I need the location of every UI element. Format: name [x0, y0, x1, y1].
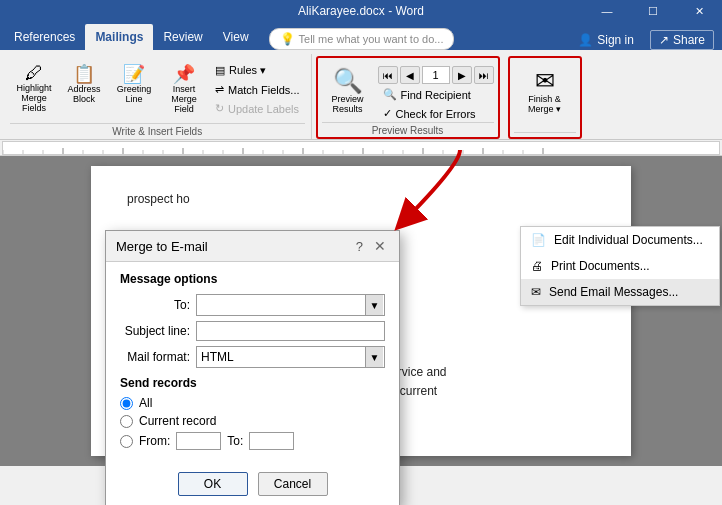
share-button[interactable]: ↗ Share [650, 30, 714, 50]
tell-me-input[interactable]: 💡 Tell me what you want to do... [269, 28, 455, 50]
find-recipient-icon: 🔍 [383, 88, 397, 101]
ok-button[interactable]: OK [178, 472, 248, 496]
to-select-wrapper: ▼ [196, 294, 385, 316]
message-options-title: Message options [120, 272, 385, 286]
from-label: From: [139, 434, 170, 448]
ruler-inner [2, 141, 720, 155]
mail-format-select[interactable]: HTML Plain Text Attachment [196, 346, 385, 368]
subject-input[interactable] [196, 321, 385, 341]
insert-merge-icon: 📌 [173, 63, 195, 85]
match-fields-button[interactable]: ⇌ Match Fields... [210, 81, 305, 98]
address-block-button[interactable]: 📋 Address Block [60, 60, 108, 108]
dialog-footer: OK Cancel [106, 464, 399, 505]
rules-icon: ▤ [215, 64, 225, 77]
prev-record-button[interactable]: ◀ [400, 66, 420, 84]
tell-me-placeholder: Tell me what you want to do... [299, 33, 444, 45]
highlight-icon: 🖊 [25, 63, 43, 84]
last-record-button[interactable]: ⏭ [474, 66, 494, 84]
send-email-icon: ✉ [531, 285, 541, 299]
send-records-title: Send records [120, 376, 385, 390]
record-nav: ⏮ ◀ ▶ ⏭ [378, 66, 494, 84]
address-block-icon: 📋 [73, 63, 95, 85]
mail-format-label: Mail format: [120, 350, 190, 364]
person-icon: 👤 [578, 33, 593, 47]
finish-merge-button[interactable]: ✉ Finish & Merge ▾ [514, 64, 576, 118]
check-errors-button[interactable]: ✓ Check for Errors [378, 105, 494, 122]
current-record-row: Current record [120, 414, 385, 428]
dialog-title-text: Merge to E-mail [116, 239, 208, 254]
tab-references[interactable]: References [4, 24, 85, 50]
to-label: To: [120, 298, 190, 312]
header-right-buttons: 👤 Sign in ↗ Share [570, 30, 722, 50]
cancel-button[interactable]: Cancel [258, 472, 328, 496]
update-labels-button[interactable]: ↻ Update Labels [210, 100, 305, 117]
to-field-row: To: ▼ [120, 294, 385, 316]
window-controls: — ☐ ✕ [584, 0, 722, 22]
to-value-input[interactable] [249, 432, 294, 450]
minimize-button[interactable]: — [584, 0, 630, 22]
rules-button[interactable]: ▤ Rules ▾ [210, 62, 305, 79]
ribbon: 🖊 Highlight Merge Fields 📋 Address Block… [0, 50, 722, 140]
lightbulb-icon: 💡 [280, 32, 295, 46]
mail-format-row: Mail format: HTML Plain Text Attachment … [120, 346, 385, 368]
close-button[interactable]: ✕ [676, 0, 722, 22]
find-recipient-button[interactable]: 🔍 Find Recipient [378, 86, 494, 103]
first-record-button[interactable]: ⏮ [378, 66, 398, 84]
from-record-radio[interactable] [120, 435, 133, 448]
ribbon-tabs: References Mailings Review View 💡 Tell m… [0, 22, 722, 50]
share-icon: ↗ [659, 33, 669, 47]
dialog-title-bar: Merge to E-mail ? ✕ [106, 231, 399, 262]
dialog-help-icon[interactable]: ? [356, 239, 363, 254]
to-select[interactable] [196, 294, 385, 316]
tab-view[interactable]: View [213, 24, 259, 50]
dialog-close-button[interactable]: ✕ [371, 237, 389, 255]
edit-individual-item[interactable]: 📄 Edit Individual Documents... [521, 227, 719, 253]
all-records-label: All [139, 396, 152, 410]
insert-merge-field-button[interactable]: 📌 Insert Merge Field [160, 60, 208, 118]
send-email-item[interactable]: ✉ Send Email Messages... [521, 279, 719, 305]
ruler [0, 140, 722, 156]
merge-to-email-dialog: Merge to E-mail ? ✕ Message options To: … [105, 230, 400, 505]
preview-results-button[interactable]: 🔍 Preview Results [322, 64, 374, 118]
finish-merge-icon: ✉ [535, 67, 555, 95]
greeting-line-icon: 📝 [123, 63, 145, 85]
all-records-row: All [120, 396, 385, 410]
write-insert-label: Write & Insert Fields [10, 123, 305, 139]
subject-field-row: Subject line: [120, 321, 385, 341]
highlight-merge-fields-button[interactable]: 🖊 Highlight Merge Fields [10, 60, 58, 117]
match-fields-icon: ⇌ [215, 83, 224, 96]
current-record-radio[interactable] [120, 415, 133, 428]
tab-mailings[interactable]: Mailings [85, 24, 153, 50]
maximize-button[interactable]: ☐ [630, 0, 676, 22]
title-bar: AliKarayee.docx - Word — ☐ ✕ [0, 0, 722, 22]
edit-individual-icon: 📄 [531, 233, 546, 247]
print-documents-item[interactable]: 🖨 Print Documents... [521, 253, 719, 279]
check-errors-icon: ✓ [383, 107, 392, 120]
sign-in-button[interactable]: 👤 Sign in [570, 30, 642, 50]
subject-label: Subject line: [120, 324, 190, 338]
ruler-svg [3, 142, 719, 155]
preview-results-icon: 🔍 [333, 67, 363, 95]
finish-merge-label [514, 132, 576, 137]
all-records-radio[interactable] [120, 397, 133, 410]
dialog-body: Message options To: ▼ Subject line: Mail… [106, 262, 399, 464]
tab-review[interactable]: Review [153, 24, 212, 50]
from-value-input[interactable] [176, 432, 221, 450]
next-record-button[interactable]: ▶ [452, 66, 472, 84]
dropdown-menu: 📄 Edit Individual Documents... 🖨 Print D… [520, 226, 720, 306]
print-icon: 🖨 [531, 259, 543, 273]
from-record-row: From: To: [120, 432, 385, 450]
window-title: AliKarayee.docx - Word [298, 4, 424, 18]
update-labels-icon: ↻ [215, 102, 224, 115]
record-number-input[interactable] [422, 66, 450, 84]
preview-results-label: Preview Results [322, 122, 494, 138]
current-record-label: Current record [139, 414, 216, 428]
greeting-line-button[interactable]: 📝 Greeting Line [110, 60, 158, 108]
to-label-2: To: [227, 434, 243, 448]
mail-format-select-wrapper: HTML Plain Text Attachment ▼ [196, 346, 385, 368]
